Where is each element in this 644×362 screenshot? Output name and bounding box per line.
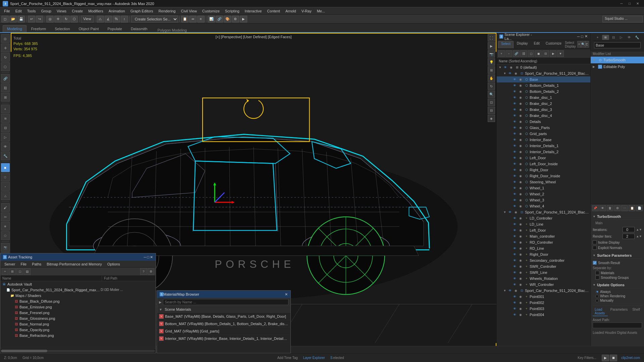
se-render-icon[interactable]: ◉ — [518, 276, 523, 281]
toolbar-percent-snap[interactable]: % — [113, 16, 120, 22]
se-expand-arrow[interactable] — [507, 246, 512, 251]
se-tree-item[interactable]: 👁◉⬡Wheel_4 — [497, 203, 590, 209]
menu-item-animation[interactable]: Animation — [106, 8, 128, 14]
toolbar-undo[interactable]: ↩ — [28, 16, 35, 22]
at-help-btn[interactable]: ? — [140, 268, 147, 275]
se-render-icon[interactable]: ◉ — [518, 294, 523, 299]
menu-item-tools[interactable]: Tools — [24, 8, 39, 14]
at-tb-4[interactable]: ▤ — [24, 268, 31, 275]
se-tb-link[interactable]: 🔗 — [513, 50, 520, 57]
at-menu-bitmap[interactable]: Bitmap Performance and Memory — [44, 261, 104, 267]
toolbar-graph-ed[interactable]: 📊 — [208, 16, 215, 22]
se-tree-item[interactable]: 👁◉⬡Wheel_1 — [497, 185, 590, 191]
se-tab-customize[interactable]: Customize — [543, 41, 564, 48]
left-display-btn[interactable]: 👁 — [1, 142, 10, 151]
se-render-icon[interactable]: ◉ — [514, 210, 518, 215]
tab-datasmith[interactable]: Datasmith — [127, 25, 152, 32]
left-unlink-btn[interactable]: ⛓ — [1, 83, 10, 92]
se-expand-arrow[interactable] — [507, 198, 512, 202]
mp-more-btn[interactable]: ⋯ — [621, 205, 628, 211]
se-expand-arrow[interactable]: ▼ — [498, 65, 502, 70]
se-visibility-icon[interactable]: 👁 — [512, 192, 517, 196]
se-render-icon[interactable]: ◉ — [518, 174, 523, 178]
mp-show-btn[interactable]: 👁 — [599, 205, 606, 211]
at-scroll-thumb[interactable] — [1, 350, 47, 352]
se-expand-arrow[interactable] — [507, 282, 512, 287]
se-expand-arrow[interactable] — [507, 156, 512, 160]
toolbar-new[interactable]: ◻ — [1, 16, 9, 22]
mod-expand[interactable]: ▶ — [593, 65, 597, 68]
se-expand-arrow[interactable]: ▼ — [503, 288, 507, 293]
toolbar-align[interactable]: ≡ — [197, 16, 205, 22]
se-tree-item[interactable]: 👁◉+Point004 — [497, 312, 590, 318]
mb-collapse-arrow[interactable]: ▼ — [159, 308, 162, 311]
se-tb-invert[interactable]: ⊟ — [542, 50, 549, 57]
se-tree-item[interactable]: 👁◉⬡Brake_disc_2 — [497, 101, 590, 107]
se-render-icon[interactable]: ◉ — [518, 216, 523, 221]
ts-isoline-check[interactable] — [593, 240, 597, 244]
se-render-icon[interactable]: ◉ — [518, 156, 523, 160]
menu-item-me...[interactable]: Me... — [314, 8, 328, 14]
se-expand-arrow[interactable] — [507, 107, 512, 112]
toolbar-spinner-snap[interactable]: ↕ — [121, 16, 128, 22]
vp-render-btn[interactable]: ▶ — [488, 42, 495, 50]
se-visibility-icon[interactable]: 👁 — [512, 246, 517, 251]
se-visibility-icon[interactable]: 👁 — [512, 113, 517, 118]
toolbar-redo[interactable]: ↪ — [36, 16, 43, 22]
toolbar-select[interactable]: ◎ — [46, 16, 54, 22]
se-render-icon[interactable]: ◉ — [518, 222, 523, 227]
vp-maximize-btn[interactable]: ⛶ — [488, 34, 495, 42]
tab-populate[interactable]: Populate — [103, 25, 126, 32]
se-expand-arrow[interactable] — [507, 222, 512, 227]
at-col-name[interactable]: Name — [0, 276, 102, 281]
se-render-icon[interactable]: ◉ — [518, 192, 523, 196]
left-face-btn[interactable]: △ — [1, 191, 10, 200]
ts-iter-arrows[interactable]: ▲▼ — [636, 228, 642, 231]
ts-ri-arrows[interactable]: ▲▼ — [636, 235, 642, 238]
se-render-icon[interactable]: ◉ — [518, 143, 523, 148]
se-render-icon[interactable]: ◉ — [518, 180, 523, 184]
se-render-icon[interactable]: ◉ — [518, 113, 523, 118]
menu-item-group[interactable]: Group — [38, 8, 54, 14]
se-render-icon[interactable]: ◉ — [518, 131, 523, 136]
at-tree-item[interactable]: 🖼Base_Emissive.png — [0, 304, 156, 310]
se-visibility-icon[interactable]: 👁 — [512, 228, 517, 233]
modifier-item[interactable]: ▼⬡TurboSmooth — [591, 57, 644, 63]
se-tree-item[interactable]: 👁◉+SWR_Controller — [497, 263, 590, 269]
at-tree-item[interactable]: 🖼Base_Black_Diffuse.png — [0, 298, 156, 304]
at-menu-options[interactable]: Options — [105, 261, 123, 267]
left-move-btn[interactable]: ✛ — [1, 44, 10, 52]
se-tree-item[interactable]: 👁◉+Point002 — [497, 300, 590, 306]
se-add-btn[interactable]: + — [577, 41, 581, 48]
mp-copy-btn[interactable]: 📋 — [629, 205, 635, 211]
mb-search-input[interactable] — [163, 299, 288, 305]
at-menu-paths[interactable]: Paths — [29, 261, 44, 267]
se-render-icon[interactable]: ◉ — [518, 162, 523, 166]
se-render-icon[interactable]: ◉ — [514, 288, 518, 293]
se-render-icon[interactable]: ◉ — [518, 125, 523, 130]
at-minimize-btn[interactable]: ─ — [144, 255, 147, 259]
se-tree[interactable]: ▼👁◉⊞0 (default)▼👁◉⊡Sport_Car_Porsche_911… — [497, 64, 590, 362]
se-render-icon[interactable]: ◉ — [518, 306, 523, 311]
mb-titlebar[interactable]: 3 Material/Map Browser ✕ — [157, 291, 290, 298]
maximize-button[interactable]: □ — [626, 1, 633, 6]
se-visibility-icon[interactable]: 👁 — [512, 240, 517, 245]
play-btn[interactable]: ▶ — [602, 355, 609, 361]
se-tree-item[interactable]: 👁◉⬡Wheel_3 — [497, 197, 590, 203]
at-tree-item[interactable]: 🖼Base_Glossiness.png — [0, 315, 156, 321]
toolbar-move[interactable]: ✛ — [54, 16, 62, 22]
ts-render-iters-input[interactable] — [623, 234, 635, 239]
se-tree-item[interactable]: 👁◉⬡Right_Door_Inside — [497, 173, 590, 179]
se-render-icon[interactable]: ◉ — [518, 282, 523, 287]
se-visibility-icon[interactable]: 👁 — [512, 234, 517, 239]
se-expand-arrow[interactable] — [507, 312, 512, 317]
se-tree-item[interactable]: ▼👁◉⊡Sport_Car_Porsche_911_2024_Black_Rig — [497, 70, 590, 76]
mp-tab-display[interactable]: 👁 — [626, 35, 633, 40]
modifier-item[interactable]: ▶⬡Editable Poly — [591, 63, 644, 70]
menu-item-arnold[interactable]: Arnold — [283, 8, 299, 14]
se-expand-arrow[interactable] — [507, 174, 512, 178]
at-scroll-track[interactable] — [1, 350, 155, 352]
se-render-icon[interactable]: ◉ — [518, 77, 523, 82]
se-filter-btn[interactable]: ⊏ — [585, 41, 589, 48]
se-tree-item[interactable]: 👁◉⬡Details — [497, 119, 590, 125]
